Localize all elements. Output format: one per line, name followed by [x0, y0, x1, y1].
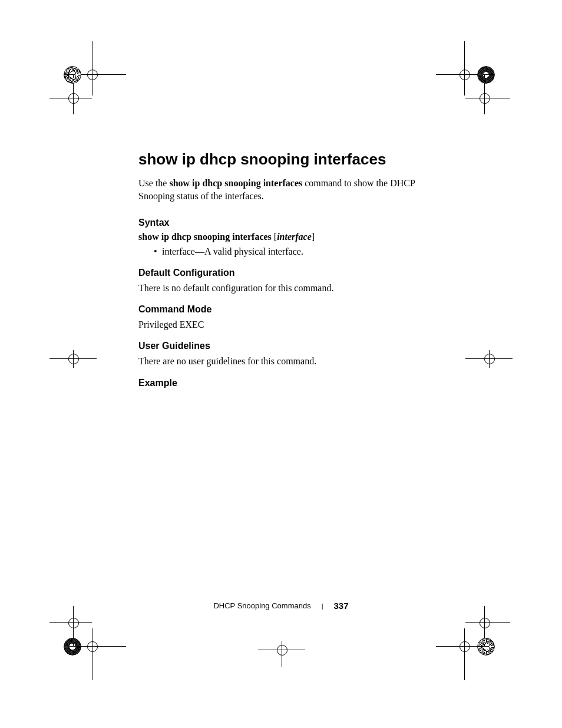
- registration-mark-top-left: [49, 41, 120, 112]
- registration-mark-bottom-center: [258, 641, 305, 671]
- registration-mark-mid-left: [49, 350, 97, 374]
- user-guidelines-heading: User Guidelines: [138, 341, 427, 351]
- registration-mark-bottom-left: [49, 606, 120, 677]
- syntax-open-bracket: [: [272, 232, 277, 242]
- command-mode-heading: Command Mode: [138, 304, 427, 315]
- default-config-body: There is no default configuration for th…: [138, 282, 427, 295]
- syntax-bullet: • interface—A valid physical interface.: [154, 246, 427, 258]
- syntax-heading: Syntax: [138, 218, 427, 228]
- page-footer: DHCP Snooping Commands | 337: [0, 600, 562, 611]
- default-config-heading: Default Configuration: [138, 268, 427, 278]
- footer-separator-icon: |: [322, 602, 323, 610]
- page: show ip dhcp snooping interfaces Use the…: [0, 0, 562, 728]
- bullet-icon: •: [154, 246, 162, 258]
- intro-paragraph: Use the show ip dhcp snooping interfaces…: [138, 177, 427, 203]
- registration-mark-top-right: [436, 41, 507, 112]
- syntax-close-bracket: ]: [312, 232, 315, 242]
- content-area: show ip dhcp snooping interfaces Use the…: [138, 150, 427, 392]
- user-guidelines-body: There are no user guidelines for this co…: [138, 355, 427, 368]
- syntax-bullet-text: interface—A valid physical interface.: [162, 246, 303, 258]
- intro-pre: Use the: [138, 178, 169, 188]
- command-mode-body: Privileged EXEC: [138, 318, 427, 331]
- footer-section-name: DHCP Snooping Commands: [213, 601, 310, 610]
- registration-mark-bottom-right: [436, 606, 507, 677]
- example-heading: Example: [138, 378, 427, 388]
- syntax-line: show ip dhcp snooping interfaces [interf…: [138, 232, 427, 242]
- page-title: show ip dhcp snooping interfaces: [138, 150, 427, 169]
- syntax-param: interface: [277, 232, 312, 242]
- registration-mark-mid-right: [465, 350, 513, 374]
- footer-page-number: 337: [334, 601, 349, 611]
- intro-command-bold: show ip dhcp snooping interfaces: [169, 178, 302, 188]
- syntax-cmd-bold: show ip dhcp snooping interfaces: [138, 232, 272, 242]
